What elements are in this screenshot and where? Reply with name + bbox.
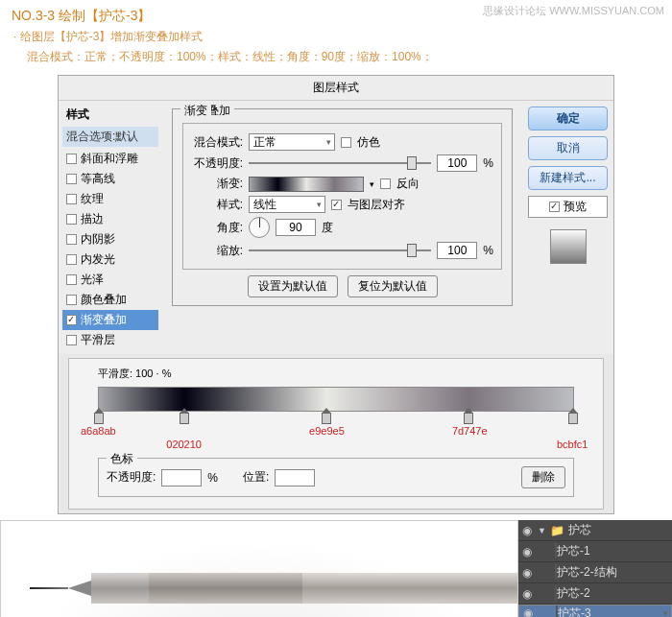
style-checkbox[interactable] (66, 234, 77, 245)
style-item[interactable]: 颜色叠加 (62, 290, 158, 310)
stop-opacity-input[interactable] (161, 469, 202, 486)
style-label: 斜面和浮雕 (81, 151, 138, 167)
gradient-stop[interactable] (322, 413, 331, 424)
style-checkbox[interactable] (66, 315, 77, 325)
style-label: 样式: (191, 197, 243, 213)
stop-hex-label: e9e9e5 (309, 425, 345, 437)
gradient-stop[interactable] (94, 413, 104, 424)
style-label: 渐变叠加 (81, 312, 127, 328)
scale-input[interactable]: 100 (437, 242, 477, 259)
style-item[interactable]: 纹理 (62, 189, 158, 209)
style-item[interactable]: 内阴影 (62, 229, 158, 249)
align-checkbox[interactable] (331, 200, 342, 210)
style-label: 平滑层 (81, 332, 115, 348)
dither-checkbox[interactable] (341, 137, 351, 148)
style-header: 样式 (62, 105, 158, 125)
pencil-tip-cone (68, 581, 91, 596)
sub-legend: 渐变 (180, 103, 211, 119)
style-item[interactable]: 光泽 (62, 270, 158, 290)
style-item[interactable]: 斜面和浮雕 (62, 149, 158, 169)
angle-label: 角度: (191, 220, 243, 236)
gradient-bar[interactable] (98, 387, 574, 412)
set-default-button[interactable]: 设置为默认值 (248, 275, 338, 297)
style-label: 光泽 (81, 272, 104, 288)
new-style-button[interactable]: 新建样式... (528, 166, 608, 190)
style-checkbox[interactable] (66, 295, 77, 305)
ok-button[interactable]: 确定 (528, 107, 608, 131)
reverse-checkbox[interactable] (380, 178, 391, 189)
dialog-title: 图层样式 (59, 76, 613, 101)
color-legend: 色标 (107, 451, 137, 467)
pencil-grip-2 (149, 573, 302, 604)
cancel-button[interactable]: 取消 (528, 136, 608, 160)
reverse-label: 反向 (396, 176, 420, 192)
delete-stop-button[interactable]: 删除 (521, 466, 565, 488)
layer-row[interactable]: ◉ 护芯-3 (518, 605, 672, 617)
layer-thumb (555, 543, 557, 558)
pencil-barrel (302, 573, 517, 604)
layer-row[interactable]: ◉ 护芯-2-结构 (518, 562, 672, 583)
style-item[interactable]: 渐变叠加 (62, 310, 158, 330)
dither-label: 仿色 (357, 134, 380, 151)
style-checkbox[interactable] (66, 254, 77, 265)
watermark: 思缘设计论坛 WWW.MISSYUAN.COM (483, 4, 664, 18)
visibility-icon[interactable]: ◉ (522, 524, 534, 537)
gradient-stop[interactable] (464, 413, 473, 424)
layer-row[interactable]: ◉ 护芯-1 (518, 541, 672, 562)
disclosure-icon[interactable]: ▼ (538, 526, 546, 535)
stop-position-input[interactable] (275, 469, 315, 486)
style-checkbox[interactable] (66, 335, 77, 345)
layer-row[interactable]: ◉ 护芯-2 (518, 583, 672, 605)
style-item[interactable]: 描边 (62, 209, 158, 229)
layer-thumb (555, 564, 557, 580)
style-checkbox[interactable] (66, 214, 77, 225)
preview-toggle[interactable]: 预览 (528, 196, 608, 218)
angle-input[interactable]: 90 (276, 219, 316, 236)
visibility-icon[interactable]: ◉ (523, 606, 535, 617)
preview-swatch (550, 229, 587, 264)
style-item[interactable]: 内发光 (62, 249, 158, 270)
visibility-icon[interactable]: ◉ (522, 545, 534, 558)
style-label: 描边 (81, 211, 104, 227)
opacity-input[interactable]: 100 (437, 154, 477, 172)
gradient-stop[interactable] (568, 413, 578, 424)
scale-label: 缩放: (191, 243, 243, 259)
visibility-icon[interactable]: ◉ (522, 566, 534, 580)
style-select[interactable]: 线性 (249, 196, 325, 213)
blend-mode-select[interactable]: 正常 (249, 133, 335, 151)
layer-style-dialog: 图层样式 样式 混合选项:默认 斜面和浮雕等高线纹理描边内阴影内发光光泽颜色叠加… (58, 75, 614, 514)
gradient-dropdown-icon[interactable]: ▾ (370, 179, 374, 189)
layer-group[interactable]: ◉▼📁护芯 (518, 520, 672, 541)
visibility-icon[interactable]: ◉ (522, 587, 534, 601)
opacity-slider[interactable] (249, 162, 431, 164)
style-label: 等高线 (81, 171, 115, 187)
stop-position-label: 位置: (243, 469, 269, 486)
reset-default-button[interactable]: 复位为默认值 (348, 275, 438, 297)
style-checkbox[interactable] (66, 154, 77, 164)
pencil-grip-1 (91, 573, 149, 604)
parameters: 混合模式：正常；不透明度：100%；样式：线性；角度：90度；缩放：100%； (0, 47, 672, 71)
style-label: 纹理 (81, 191, 104, 207)
color-stop-section: 色标 不透明度: % 位置: 删除 (98, 458, 574, 497)
pct-label: % (483, 156, 493, 170)
style-checkbox[interactable] (66, 174, 77, 184)
preview-checkbox[interactable] (549, 202, 560, 212)
stop-hex-label: 7d747e (452, 425, 488, 437)
layers-panel: ◉▼📁护芯 ◉ 护芯-1◉ 护芯-2-结构◉ 护芯-2◉ 护芯-3◉效果◉渐变叠… (518, 520, 672, 617)
pencil-lead (30, 587, 68, 589)
style-item[interactable]: 等高线 (62, 169, 158, 189)
scale-slider[interactable] (249, 249, 431, 251)
angle-dial[interactable] (249, 217, 270, 238)
stop-hex-label: bcbfc1 (557, 439, 588, 450)
style-checkbox[interactable] (66, 194, 77, 204)
stop-opacity-label: 不透明度: (107, 469, 156, 486)
gradient-picker[interactable] (249, 177, 364, 192)
gradient-stop[interactable] (180, 413, 189, 424)
folder-icon: 📁 (550, 524, 564, 537)
style-item[interactable]: 平滑层 (62, 330, 158, 350)
style-label: 颜色叠加 (81, 292, 127, 308)
style-checkbox[interactable] (66, 274, 77, 285)
blend-default-row[interactable]: 混合选项:默认 (62, 127, 158, 147)
style-label: 内阴影 (81, 231, 115, 248)
layer-thumb (555, 585, 557, 601)
